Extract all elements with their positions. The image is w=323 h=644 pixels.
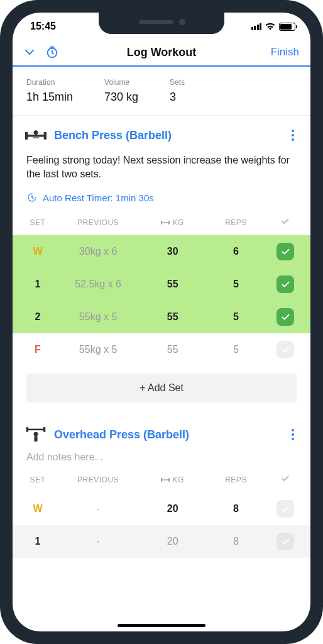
exercise-title[interactable]: Bench Press (Barbell) <box>54 129 172 142</box>
set-reps-input[interactable]: 6 <box>204 246 268 257</box>
nav-bar: Log Workout Finish <box>13 40 310 67</box>
set-row: W - 20 8 <box>13 492 310 525</box>
svg-rect-3 <box>44 132 47 140</box>
svg-rect-2 <box>25 132 28 140</box>
col-check <box>268 217 303 228</box>
set-reps-input[interactable]: 5 <box>204 279 268 290</box>
exercise-more-icon[interactable] <box>288 126 298 145</box>
svg-rect-15 <box>168 478 170 482</box>
exercise-note[interactable]: Feeling strong today! Next session incre… <box>13 145 310 183</box>
set-previous: 55kg x 5 <box>55 311 141 323</box>
set-complete-toggle[interactable] <box>276 243 294 260</box>
set-previous: - <box>55 503 141 514</box>
svg-rect-7 <box>168 221 170 225</box>
set-reps-input[interactable]: 5 <box>204 311 268 323</box>
dumbbell-icon <box>161 477 170 483</box>
set-previous: 55kg x 5 <box>55 344 141 355</box>
col-kg: KG <box>141 218 204 227</box>
col-reps: REPS <box>204 218 268 227</box>
volume-label: Volume <box>104 78 138 87</box>
exercise-block: Bench Press (Barbell) Feeling strong tod… <box>13 116 310 402</box>
dumbbell-icon <box>161 219 170 226</box>
set-label: W <box>20 503 55 514</box>
exercise-title[interactable]: Overhead Press (Barbell) <box>54 428 189 441</box>
set-row: W 30kg x 6 30 6 <box>13 235 310 268</box>
device-notch <box>99 13 224 34</box>
col-kg: KG <box>141 475 204 484</box>
signal-icon <box>251 23 262 30</box>
set-kg-input[interactable]: 30 <box>141 246 204 257</box>
col-set: SET <box>20 475 55 484</box>
set-complete-toggle[interactable] <box>276 275 294 293</box>
set-row: 1 - 20 8 <box>13 525 310 558</box>
svg-rect-9 <box>27 429 44 431</box>
sets-table: SET PREVIOUS KG REPS W 30kg x 6 30 6 <box>13 209 310 366</box>
set-kg-input[interactable]: 20 <box>141 536 204 547</box>
set-label: 2 <box>20 311 55 323</box>
col-set: SET <box>20 218 55 227</box>
svg-point-4 <box>34 130 38 135</box>
set-label: 1 <box>20 279 55 290</box>
col-previous: PREVIOUS <box>55 475 141 484</box>
exercise-note-placeholder[interactable]: Add notes here... <box>13 444 310 467</box>
svg-point-12 <box>34 432 38 436</box>
svg-rect-14 <box>161 478 162 482</box>
set-label: 1 <box>20 536 55 547</box>
page-title: Log Workout <box>13 46 310 59</box>
svg-rect-16 <box>163 479 169 480</box>
exercise-ohp-icon <box>25 425 47 444</box>
battery-icon <box>279 23 295 31</box>
duration-label: Duration <box>26 78 73 87</box>
col-reps: REPS <box>204 475 268 484</box>
sets-table: SET PREVIOUS KG REPS W - 20 8 <box>13 467 310 558</box>
svg-rect-1 <box>26 135 46 136</box>
svg-rect-11 <box>43 427 45 432</box>
set-kg-input[interactable]: 55 <box>141 344 204 355</box>
exercise-more-icon[interactable] <box>288 425 298 444</box>
set-complete-toggle[interactable] <box>276 341 294 358</box>
status-time: 15:45 <box>30 21 56 32</box>
rest-timer-button[interactable]: Auto Rest Timer: 1min 30s <box>13 183 310 209</box>
set-previous: 30kg x 6 <box>55 246 141 257</box>
svg-rect-6 <box>161 221 162 225</box>
sets-label: Sets <box>170 78 185 87</box>
sets-value: 3 <box>170 91 185 104</box>
finish-button[interactable]: Finish <box>271 46 299 58</box>
exercise-block: Overhead Press (Barbell) Add notes here.… <box>13 415 310 558</box>
svg-rect-5 <box>33 137 39 139</box>
set-complete-toggle[interactable] <box>276 500 294 518</box>
add-set-button[interactable]: + Add Set <box>26 374 297 402</box>
col-previous: PREVIOUS <box>55 218 141 227</box>
set-label: F <box>20 344 55 355</box>
set-row: F 55kg x 5 55 5 <box>13 333 310 366</box>
duration-value: 1h 15min <box>26 91 73 104</box>
set-previous: - <box>55 536 141 547</box>
set-kg-input[interactable]: 55 <box>141 311 204 323</box>
home-indicator[interactable] <box>118 624 205 627</box>
set-kg-input[interactable]: 20 <box>141 503 204 514</box>
set-row: 1 52.5kg x 6 55 5 <box>13 268 310 301</box>
set-previous: 52.5kg x 6 <box>55 279 141 290</box>
set-reps-input[interactable]: 8 <box>204 536 268 547</box>
set-reps-input[interactable]: 8 <box>204 503 268 514</box>
set-reps-input[interactable]: 5 <box>204 344 268 355</box>
workout-summary: Duration 1h 15min Volume 730 kg Sets 3 <box>13 67 310 116</box>
svg-rect-10 <box>26 427 28 432</box>
wifi-icon <box>265 23 275 30</box>
col-check <box>268 474 303 485</box>
svg-rect-8 <box>163 222 169 223</box>
exercise-benchpress-icon <box>25 126 47 145</box>
set-kg-input[interactable]: 55 <box>141 279 204 290</box>
rest-timer-label: Auto Rest Timer: 1min 30s <box>43 192 154 203</box>
svg-rect-13 <box>34 436 37 442</box>
set-complete-toggle[interactable] <box>276 308 294 326</box>
set-complete-toggle[interactable] <box>276 533 294 550</box>
volume-value: 730 kg <box>104 91 138 104</box>
rest-timer-icon <box>26 192 38 203</box>
set-label: W <box>20 246 55 257</box>
set-row: 2 55kg x 5 55 5 <box>13 301 310 333</box>
